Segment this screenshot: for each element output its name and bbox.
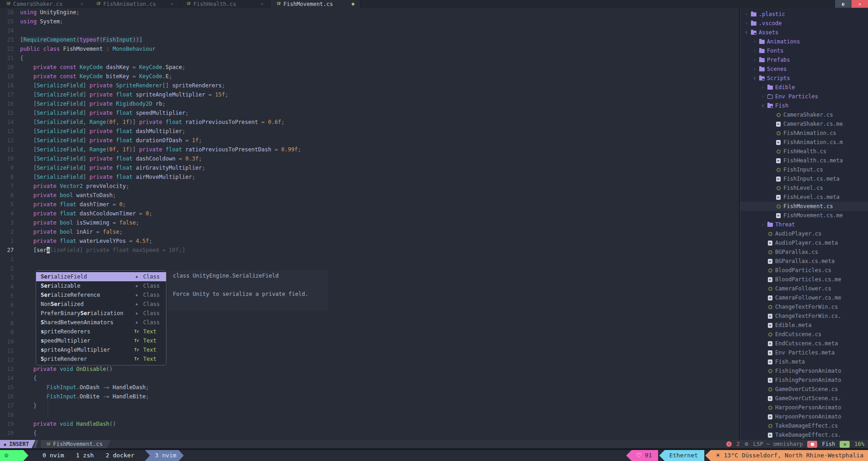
- code-line[interactable]: 6 private bool wantsToDash;: [0, 191, 739, 200]
- code-line[interactable]: 27 [seralizeField] private float maxSpee…: [0, 246, 739, 255]
- tmux-window-0-nvim[interactable]: 0 nvim: [37, 450, 70, 461]
- tree-row[interactable]: ›.plastic: [740, 10, 868, 19]
- chevron-right-icon[interactable]: ›: [751, 46, 758, 55]
- completion-item[interactable]: SharedBetweenAnimators▲Class: [36, 318, 166, 327]
- tree-row[interactable]: ›.vscode: [740, 19, 868, 28]
- tree-row[interactable]: ›Prefabs: [740, 55, 868, 64]
- completion-item[interactable]: spriteRenderersTrText: [36, 327, 166, 336]
- code-line[interactable]: 14 [SerializeField, Range(0f, 1f)] priva…: [0, 118, 739, 127]
- completion-item[interactable]: PreferBinarySerialization▲Class: [36, 309, 166, 318]
- code-line[interactable]: 20 private const KeyCode dashKey = KeyCo…: [0, 63, 739, 72]
- completion-item[interactable]: Serializable▲Class: [36, 281, 166, 290]
- code-line[interactable]: 16 FishInput.OnBite -= HandleBite;: [0, 392, 739, 401]
- chevron-down-icon[interactable]: ∨: [759, 101, 766, 110]
- tree-row[interactable]: FishingPersonAnimato: [740, 366, 868, 375]
- code-line[interactable]: 10 [SerializeField] private float dashCo…: [0, 154, 739, 163]
- tree-row[interactable]: ≡FishingPersonAnimato: [740, 375, 868, 385]
- code-line[interactable]: 25using System;: [0, 17, 739, 26]
- tab-close-icon[interactable]: ✕: [170, 1, 174, 6]
- code-line[interactable]: 11 [SerializeField, Range(0f, 1f)] priva…: [0, 145, 739, 154]
- code-line[interactable]: 5 private float dashTimer = 0;: [0, 200, 739, 209]
- tree-row[interactable]: ∨Scripts: [740, 74, 868, 83]
- completion-item[interactable]: NonSerialized▲Class: [36, 300, 166, 309]
- tree-row[interactable]: ›Edible: [740, 83, 868, 92]
- chevron-right-icon[interactable]: ›: [751, 37, 758, 46]
- tree-row[interactable]: ›Fonts: [740, 46, 868, 55]
- chevron-right-icon[interactable]: ›: [759, 220, 766, 229]
- tree-row[interactable]: ≡CameraFollower.cs.me: [740, 293, 868, 302]
- tab-fishmovement-cs[interactable]: C#FishMovement.cs: [270, 0, 360, 8]
- tree-row[interactable]: ∨Fish: [740, 101, 868, 110]
- code-line[interactable]: 13 [SerializeField] private float dashMu…: [0, 127, 739, 136]
- code-line[interactable]: 15 FishInput.OnDash -= HandleDash;: [0, 383, 739, 392]
- code-editor[interactable]: 26using UnityEngine;25using System;2423[…: [0, 8, 739, 440]
- tree-row[interactable]: HarpoonPersonAnimato: [740, 403, 868, 412]
- tree-row[interactable]: ≡AudioPlayer.cs.meta: [740, 238, 868, 247]
- tree-row[interactable]: FishInput.cs: [740, 165, 868, 174]
- tree-row[interactable]: ›Threat: [740, 220, 868, 229]
- code-line[interactable]: 24: [0, 26, 739, 35]
- tree-row[interactable]: ≡CameraShaker.cs.me: [740, 119, 868, 129]
- tree-row[interactable]: ≡ChangeTextForWin.cs.: [740, 311, 868, 321]
- chevron-down-icon[interactable]: ∨: [751, 74, 758, 83]
- tmux-window-2-docker[interactable]: 2 docker: [100, 450, 140, 461]
- code-line[interactable]: 12 [SerializeField] private float durati…: [0, 136, 739, 145]
- code-line[interactable]: 2 private bool inAir = false;: [0, 227, 739, 236]
- tree-row[interactable]: ≡GameOverCutScene.cs.: [740, 394, 868, 403]
- tree-row[interactable]: ChangeTextForWin.cs: [740, 302, 868, 311]
- tree-row[interactable]: ∨Assets: [740, 28, 868, 37]
- code-line[interactable]: 1: [0, 255, 739, 264]
- tree-row[interactable]: ›Env Particles: [740, 92, 868, 101]
- code-line[interactable]: 15 [SerializeField] private float speedM…: [0, 108, 739, 118]
- tree-row[interactable]: ≡Edible.meta: [740, 321, 868, 330]
- code-line[interactable]: 8 [SerializeField] private float airMove…: [0, 172, 739, 182]
- code-line[interactable]: 4 private float dashCooldownTimer = 0;: [0, 209, 739, 218]
- code-line[interactable]: 21{: [0, 54, 739, 63]
- tree-row[interactable]: FishAnimation.cs: [740, 129, 868, 138]
- tmux-window-3-nvim[interactable]: 3 nvim: [145, 450, 184, 461]
- tree-row[interactable]: TakeDamageEffect.cs: [740, 421, 868, 430]
- tree-row[interactable]: ≡FishHealth.cs.meta: [740, 156, 868, 165]
- tab-close-icon[interactable]: ✕: [260, 1, 264, 6]
- code-line[interactable]: 26using UnityEngine;: [0, 8, 739, 17]
- code-line[interactable]: 17 }: [0, 401, 739, 410]
- tree-row[interactable]: CameraShaker.cs: [740, 110, 868, 119]
- code-line[interactable]: 7 private Vector2 prevVelocity;: [0, 182, 739, 191]
- code-line[interactable]: 9 [SerializeField] private float airGrav…: [0, 163, 739, 172]
- restore-window-icon[interactable]: ◐: [835, 0, 852, 8]
- tree-row[interactable]: FishHealth.cs: [740, 147, 868, 156]
- code-line[interactable]: 13 private void OnDisable(): [0, 365, 739, 374]
- tree-row[interactable]: ≡FishAnimation.cs.m: [740, 138, 868, 147]
- tmux-window-1-zsh[interactable]: 1 zsh: [70, 450, 100, 461]
- completion-item[interactable]: SerializeReference▲Class: [36, 290, 166, 300]
- tree-row[interactable]: BloodParticles.cs: [740, 266, 868, 275]
- tree-row[interactable]: ≡HarpoonPersonAnimato: [740, 412, 868, 421]
- code-line[interactable]: 1 private float waterLevelYPos = 4.5f;: [0, 236, 739, 246]
- chevron-right-icon[interactable]: ›: [759, 92, 766, 101]
- tree-row[interactable]: ›Scenes: [740, 64, 868, 74]
- tree-row[interactable]: CameraFollower.cs: [740, 284, 868, 293]
- tree-row[interactable]: ≡EndCutscene.cs.meta: [740, 339, 868, 348]
- tree-row[interactable]: ≡FishInput.cs.meta: [740, 174, 868, 183]
- tree-row[interactable]: AudioPlayer.cs: [740, 229, 868, 238]
- close-window-icon[interactable]: ✕: [852, 0, 868, 8]
- code-line[interactable]: 17 [SerializeField] private float sprite…: [0, 90, 739, 99]
- code-line[interactable]: 3 private bool isSwimming = false;: [0, 218, 739, 227]
- tree-row[interactable]: GameOverCutScene.cs: [740, 385, 868, 394]
- chevron-right-icon[interactable]: ›: [751, 55, 758, 64]
- completion-item[interactable]: SpriteRendererTrText: [36, 354, 166, 364]
- chevron-down-icon[interactable]: ∨: [743, 28, 750, 37]
- tree-row[interactable]: BGParallax.cs: [740, 247, 868, 257]
- completion-item[interactable]: speedMultiplierTrText: [36, 336, 166, 345]
- code-line[interactable]: 22public class FishMovement : MonoBehavi…: [0, 44, 739, 54]
- code-line[interactable]: 16 [SerializeField] private Rigidbody2D …: [0, 99, 739, 108]
- tree-row[interactable]: ≡Env Particles.meta: [740, 348, 868, 357]
- code-line[interactable]: 23[RequireComponent(typeof(FishInput))]: [0, 35, 739, 44]
- chevron-right-icon[interactable]: ›: [751, 64, 758, 74]
- tree-row[interactable]: EndCutscene.cs: [740, 330, 868, 339]
- tree-row[interactable]: ≡BGParallax.cs.meta: [740, 257, 868, 266]
- code-line[interactable]: 20 {: [0, 429, 739, 438]
- code-line[interactable]: 18: [0, 410, 739, 419]
- tab-fishanimation-cs[interactable]: C#FishAnimation.cs✕: [90, 0, 180, 8]
- tab-close-icon[interactable]: ✕: [80, 1, 84, 6]
